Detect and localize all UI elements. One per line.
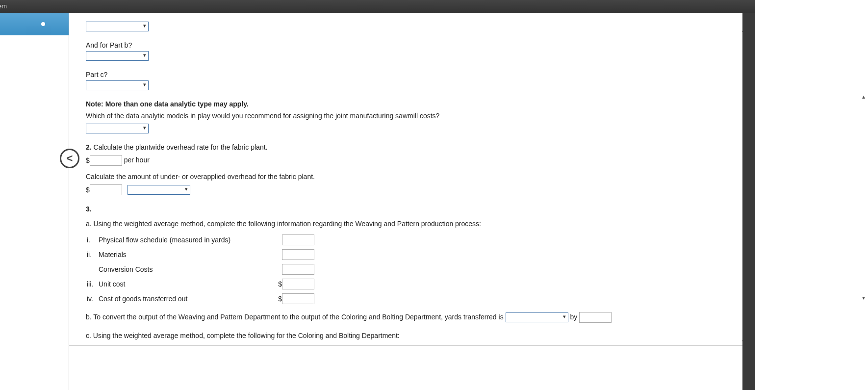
- row-label-iv: Cost of goods transferred out: [99, 295, 278, 303]
- content-scroll[interactable]: And for Part b? Part c? Note: More than …: [69, 13, 738, 346]
- input-conversion[interactable]: [282, 264, 314, 275]
- row-num-iii: iii.: [86, 280, 99, 288]
- q2-text: Calculate the plantwide overhead rate fo…: [92, 143, 268, 151]
- q2-number: 2.: [86, 143, 92, 151]
- input-convert-factor[interactable]: [579, 312, 612, 323]
- dollar-sign-1: $: [86, 156, 90, 164]
- chevron-left-icon: <: [67, 152, 73, 165]
- per-hour-label: per hour: [122, 156, 150, 164]
- dropdown-part-c[interactable]: [86, 80, 149, 90]
- q3-b-by: by: [568, 313, 580, 321]
- top-bar: em: [0, 0, 868, 13]
- dropdown-convert-op[interactable]: [506, 312, 568, 322]
- q3-number: 3.: [86, 205, 738, 213]
- note-text: More than one data analytic type may app…: [103, 100, 249, 108]
- row-label-conv: Conversion Costs: [99, 265, 278, 273]
- dropdown-part-a[interactable]: [86, 22, 149, 31]
- topbar-fragment: em: [0, 2, 7, 10]
- q3-a: a. Using the weighted average method, co…: [86, 220, 738, 228]
- label-model: Which of the data analytic models in pla…: [86, 112, 738, 120]
- row-num-i: i.: [86, 236, 99, 244]
- note-prefix: Note:: [86, 100, 103, 108]
- input-materials[interactable]: [282, 249, 314, 260]
- row-num-iv: iv.: [86, 295, 99, 303]
- label-part-c: Part c?: [86, 71, 738, 78]
- row-label-iii: Unit cost: [99, 280, 278, 288]
- dollar-sign-2: $: [86, 186, 90, 194]
- content-wrapper: And for Part b? Part c? Note: More than …: [69, 13, 745, 390]
- row-num-ii: ii.: [86, 251, 99, 259]
- prev-page-button[interactable]: <: [60, 149, 79, 168]
- right-scroll-up-icon[interactable]: ▴: [862, 93, 868, 99]
- right-scroll-down-icon[interactable]: ▾: [862, 294, 868, 300]
- row-prefix-iii: $: [278, 280, 282, 288]
- row-prefix-iv: $: [278, 295, 282, 303]
- row-label-i: Physical flow schedule (measured in yard…: [99, 236, 278, 244]
- footer-divider: [69, 345, 745, 346]
- q3-c: c. Using the weighted average method, co…: [86, 332, 738, 339]
- dropdown-over-under[interactable]: [128, 185, 190, 195]
- q2-sub: Calculate the amount of under- or overap…: [86, 173, 738, 181]
- right-panel: ▴ ▾: [755, 0, 868, 390]
- input-overhead-amount[interactable]: [90, 184, 122, 195]
- q3-b-pre: b. To convert the output of the Weaving …: [86, 313, 506, 321]
- row-label-ii: Materials: [99, 251, 278, 259]
- label-part-b: And for Part b?: [86, 41, 738, 49]
- input-unit-cost[interactable]: [282, 279, 314, 289]
- sidebar-active-item[interactable]: [0, 13, 69, 35]
- input-cogs-out[interactable]: [282, 293, 314, 304]
- dropdown-part-b[interactable]: [86, 51, 149, 61]
- input-physical-flow[interactable]: [282, 234, 314, 245]
- input-overhead-rate[interactable]: [90, 155, 122, 166]
- right-strip: [742, 13, 755, 390]
- dropdown-model[interactable]: [86, 124, 149, 133]
- sidebar-dot-icon: [41, 22, 45, 26]
